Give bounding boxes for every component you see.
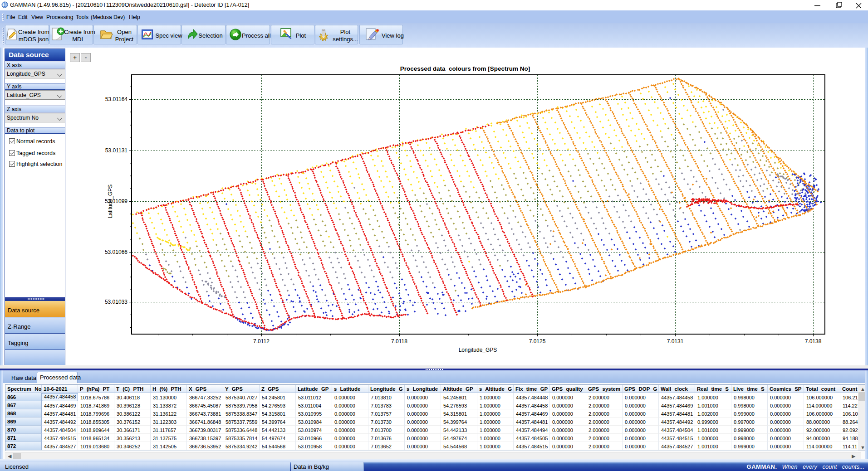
svg-text:Latitude_GPS: Latitude_GPS (107, 185, 113, 219)
svg-text:7.0131: 7.0131 (667, 338, 684, 345)
svg-text:53.01066: 53.01066 (105, 249, 128, 255)
svg-text:7.0125: 7.0125 (529, 338, 546, 345)
svg-text:7.0138: 7.0138 (805, 338, 822, 345)
svg-text:7.0118: 7.0118 (391, 338, 407, 345)
svg-text:Processed data colours from [: Processed data colours from [Spectrum No… (400, 65, 530, 72)
svg-text:53.01033: 53.01033 (105, 299, 128, 305)
svg-text:53.01131: 53.01131 (105, 147, 128, 154)
svg-text:53.01164: 53.01164 (105, 96, 128, 102)
svg-text:Longitude_GPS: Longitude_GPS (459, 347, 497, 353)
svg-text:7.0112: 7.0112 (253, 338, 270, 345)
